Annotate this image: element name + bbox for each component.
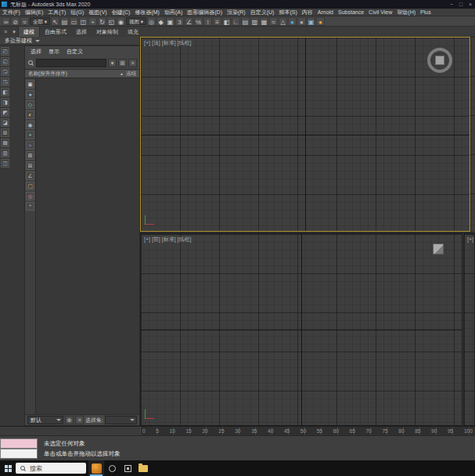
menu-item[interactable]: 工具(T)	[45, 9, 68, 16]
viewport-layout-tab-icon-9[interactable]: ⊞	[1, 128, 9, 137]
schematic-view-icon[interactable]: △	[279, 17, 287, 26]
selection-filter-dropdown[interactable]: 全部 ▾	[30, 17, 50, 25]
show-materials-icon[interactable]: ◎	[26, 192, 34, 200]
viewport-layout-tab-icon-6[interactable]: ◨	[1, 98, 9, 106]
explorer-menu-item[interactable]: 显示	[49, 48, 59, 56]
edit-selection-set-icon[interactable]: ≡	[75, 416, 84, 424]
explorer-menu-item[interactable]: 自定义	[67, 48, 83, 56]
viewport-layout-tab-icon-5[interactable]: ◧	[1, 88, 9, 96]
unlink-icon[interactable]: ⊘	[11, 17, 20, 26]
name-column-header[interactable]: 名称(按升序排序)	[28, 70, 117, 78]
keyboard-override-icon[interactable]: ▣	[166, 17, 175, 26]
show-all-icon[interactable]: ▣	[26, 80, 34, 88]
windows-start-icon[interactable]	[0, 460, 16, 476]
close-button[interactable]: ×	[466, 0, 475, 9]
cortana-icon[interactable]	[104, 460, 120, 476]
scene-explorer-list[interactable]	[36, 78, 139, 414]
show-geometry-icon[interactable]: ●	[26, 90, 34, 99]
menu-item[interactable]: 内容	[300, 9, 315, 16]
menu-item[interactable]: Civil View	[366, 9, 394, 16]
viewport-layout-tab-icon-1[interactable]: ◰	[1, 47, 9, 56]
show-containers-icon[interactable]: ▢	[26, 182, 34, 190]
scene-explorer-column-header[interactable]: 名称(按升序排序) ▲ 冻结	[25, 69, 139, 78]
menu-item[interactable]: 视图(V)	[86, 9, 109, 16]
viewport-layout-tab-icon-4[interactable]: ◳	[1, 78, 9, 86]
region-select-icon[interactable]: ▭	[70, 17, 78, 26]
explorer-settings-icon[interactable]: ≡	[128, 59, 137, 67]
show-lights-icon[interactable]: ◐	[26, 110, 34, 119]
select-place-icon[interactable]: ◉	[117, 17, 125, 26]
ribbon-tab[interactable]: 自由形式	[40, 27, 71, 37]
select-by-name-icon[interactable]: ▤	[60, 17, 69, 26]
maxscript-mini-listener-script[interactable]	[0, 449, 38, 459]
rendered-frame-icon[interactable]: ▣	[307, 17, 315, 26]
viewport-layout-tab-icon-10[interactable]: ▤	[1, 139, 9, 147]
named-selection-sets-icon[interactable]: ≡	[213, 17, 221, 26]
select-scale-icon[interactable]: ◱	[107, 17, 116, 26]
maximize-button[interactable]: □	[456, 0, 466, 9]
maxscript-mini-listener-macro[interactable]	[0, 438, 38, 449]
explorer-menu-item[interactable]: 选择	[31, 48, 41, 56]
menu-item[interactable]: 脚本(S)	[276, 9, 299, 16]
task-view-icon[interactable]	[120, 460, 135, 476]
menu-item[interactable]: 组(G)	[68, 9, 86, 16]
viewport-top-label[interactable]: [+] [顶] [标准] [线框]	[144, 39, 191, 47]
toggle-scene-explorer-icon[interactable]: ▤	[241, 17, 250, 26]
select-link-icon[interactable]: ∞	[2, 17, 10, 26]
menu-item[interactable]: 修改器(M)	[132, 9, 162, 16]
show-xrefs-icon[interactable]: ⊠	[26, 161, 34, 170]
viewport-side-label[interactable]: [+] [透视] [标准]	[467, 236, 475, 243]
viewport-front[interactable]: [+] [前] [标准] [线框]	[140, 233, 462, 426]
timeline-ruler[interactable]: 0510152025303540455055606570758085909510…	[140, 426, 475, 435]
menu-item[interactable]: Substance	[336, 9, 366, 16]
ribbon-pin-icon[interactable]: ▾	[10, 28, 18, 36]
file-explorer-icon[interactable]	[135, 460, 151, 476]
ribbon-tab[interactable]: 对象绘制	[92, 27, 123, 37]
layer-explorer-icon[interactable]: ▥	[250, 17, 259, 26]
window-crossing-icon[interactable]: ◫	[79, 17, 88, 26]
pivot-center-icon[interactable]: ◎	[147, 17, 156, 26]
select-rotate-icon[interactable]: ↻	[98, 17, 106, 26]
search-filter-icon[interactable]: ▾	[108, 59, 117, 67]
preset-dropdown[interactable]: 默认	[27, 416, 63, 424]
ribbon-tab[interactable]: 建模	[18, 26, 40, 37]
render-setup-icon[interactable]: ●	[297, 17, 306, 26]
viewport-side-clipped[interactable]: [+] [透视] [标准]	[463, 233, 475, 426]
viewport-adjacent-sliver[interactable]	[470, 37, 475, 232]
select-object-icon[interactable]: ↖	[51, 17, 59, 26]
viewcube-icon[interactable]	[426, 46, 454, 74]
viewport-front-label[interactable]: [+] [前] [标准] [线框]	[144, 236, 191, 243]
ribbon-menu-icon[interactable]: ≡	[2, 28, 9, 36]
show-frozen-icon[interactable]: *	[26, 202, 34, 211]
3ds-max-taskbar-icon[interactable]	[88, 460, 104, 476]
material-editor-icon[interactable]: ●	[288, 17, 297, 26]
viewport-layout-tab-icon-8[interactable]: ◪	[1, 118, 9, 127]
show-spacewarps-icon[interactable]: ≈	[26, 141, 34, 150]
menu-item[interactable]: Plus	[418, 9, 434, 16]
viewport-top[interactable]: [+] [顶] [标准] [线框]	[140, 37, 470, 232]
ribbon-tab[interactable]: 选择	[71, 27, 92, 37]
ref-coord-dropdown[interactable]: 视图 ▾	[126, 17, 146, 25]
viewport-layout-tab-icon-12[interactable]: ◫	[1, 159, 9, 168]
viewcube-mini-icon[interactable]	[433, 243, 444, 254]
taskbar-search-input[interactable]: 搜索	[16, 463, 86, 474]
show-bones-icon[interactable]: ∠	[26, 171, 34, 180]
menu-item[interactable]: 图形编辑器(D)	[185, 9, 225, 16]
minimize-button[interactable]: −	[447, 0, 456, 9]
render-production-icon[interactable]: ●	[316, 17, 325, 26]
spinner-snap-icon[interactable]: ↕	[203, 17, 212, 26]
menu-item[interactable]: 文件(F)	[0, 9, 23, 16]
select-move-icon[interactable]: +	[88, 17, 97, 26]
ribbon-collapsed-panel[interactable]: 多边形建模	[0, 37, 140, 45]
menu-item[interactable]: 创建(C)	[110, 9, 133, 16]
snap-toggle-icon[interactable]: 3	[175, 17, 184, 26]
viewport-layout-tab-icon-7[interactable]: ◩	[1, 108, 9, 117]
menu-item[interactable]: Arnold	[315, 9, 336, 16]
scene-explorer-search-input[interactable]	[36, 59, 106, 67]
menu-item[interactable]: 帮助(H)	[394, 9, 418, 16]
menu-item[interactable]: 动画(A)	[162, 9, 185, 16]
viewport-layout-tab-icon-2[interactable]: ◱	[1, 57, 9, 66]
viewport-layout-tab-icon-3[interactable]: ◲	[1, 67, 9, 76]
sync-selection-icon[interactable]: ⊞	[118, 59, 127, 67]
viewport-layout-tab-icon-11[interactable]: ▥	[1, 149, 9, 157]
